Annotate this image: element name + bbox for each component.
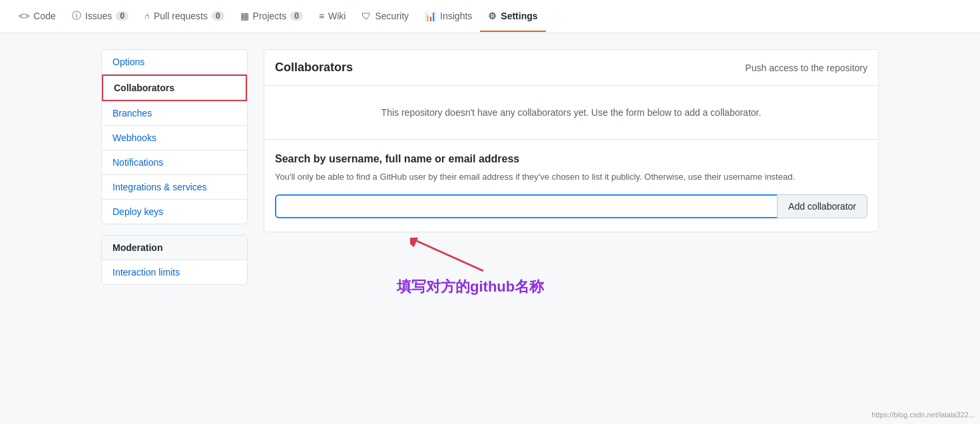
code-icon: <>: [19, 11, 29, 21]
annotation-area: 填写对方的github名称: [264, 238, 879, 304]
sidebar-item-deploy-keys[interactable]: Deploy keys: [102, 200, 247, 224]
page-layout: Options Collaborators Branches Webhooks …: [91, 49, 889, 304]
collaborators-box: Collaborators Push access to the reposit…: [264, 49, 879, 232]
sidebar-item-options[interactable]: Options: [102, 50, 247, 75]
sidebar-item-notifications[interactable]: Notifications: [102, 150, 247, 175]
sidebar: Options Collaborators Branches Webhooks …: [101, 49, 248, 304]
empty-state: This repository doesn't have any collabo…: [264, 86, 878, 140]
sidebar-moderation-section: Moderation Interaction limits: [101, 235, 248, 285]
issues-badge: 0: [116, 11, 128, 21]
sidebar-main-section: Options Collaborators Branches Webhooks …: [101, 49, 248, 224]
tab-insights-label: Insights: [440, 11, 472, 21]
top-nav: <> Code ⓘ Issues 0 ⑃ Pull requests 0 ▦ P…: [0, 0, 980, 33]
wiki-icon: ≡: [319, 11, 324, 21]
search-section: Search by username, full name or email a…: [264, 140, 878, 232]
pull-requests-badge: 0: [212, 11, 224, 21]
empty-state-message: This repository doesn't have any collabo…: [381, 107, 762, 118]
search-description: You'll only be able to find a GitHub use…: [275, 170, 867, 184]
projects-icon: ▦: [240, 11, 249, 21]
tab-wiki-label: Wiki: [328, 11, 346, 21]
tab-issues-label: Issues: [85, 11, 112, 21]
insights-icon: 📊: [425, 11, 436, 21]
annotation-text: 填写对方的github名称: [397, 277, 544, 297]
main-content: Collaborators Push access to the reposit…: [264, 49, 879, 304]
sidebar-item-webhooks[interactable]: Webhooks: [102, 126, 247, 150]
content-title: Collaborators: [275, 61, 353, 75]
tab-settings[interactable]: ⚙ Settings: [480, 1, 545, 32]
search-row: Add collaborator: [275, 194, 867, 218]
search-input[interactable]: [275, 194, 777, 218]
tab-settings-label: Settings: [501, 11, 537, 21]
tab-code[interactable]: <> Code: [11, 1, 64, 32]
tab-pull-requests-label: Pull requests: [154, 11, 208, 21]
issues-icon: ⓘ: [72, 10, 81, 22]
tab-security[interactable]: 🛡 Security: [354, 1, 417, 32]
annotation-arrow: [410, 238, 490, 274]
tab-wiki[interactable]: ≡ Wiki: [311, 1, 354, 32]
annotation-arrow-container: 填写对方的github名称: [397, 238, 544, 297]
sidebar-item-interaction-limits[interactable]: Interaction limits: [102, 260, 247, 284]
moderation-header: Moderation: [102, 236, 247, 260]
settings-icon: ⚙: [488, 11, 497, 21]
add-collaborator-button[interactable]: Add collaborator: [777, 194, 867, 218]
pull-requests-icon: ⑃: [144, 11, 150, 21]
tab-code-label: Code: [33, 11, 55, 21]
tab-projects-label: Projects: [253, 11, 287, 21]
tab-projects[interactable]: ▦ Projects 0: [232, 1, 311, 32]
content-header: Collaborators Push access to the reposit…: [264, 50, 878, 86]
tab-security-label: Security: [375, 11, 409, 21]
tab-insights[interactable]: 📊 Insights: [417, 1, 480, 32]
tab-pull-requests[interactable]: ⑃ Pull requests 0: [136, 1, 232, 32]
projects-badge: 0: [290, 11, 303, 21]
sidebar-item-collaborators[interactable]: Collaborators: [102, 75, 247, 101]
search-title: Search by username, full name or email a…: [275, 153, 867, 165]
content-subtitle: Push access to the repository: [745, 63, 867, 73]
sidebar-item-integrations-services[interactable]: Integrations & services: [102, 175, 247, 200]
sidebar-item-branches[interactable]: Branches: [102, 101, 247, 126]
svg-line-1: [417, 241, 483, 271]
security-icon: 🛡: [362, 11, 371, 21]
tab-issues[interactable]: ⓘ Issues 0: [64, 1, 136, 33]
